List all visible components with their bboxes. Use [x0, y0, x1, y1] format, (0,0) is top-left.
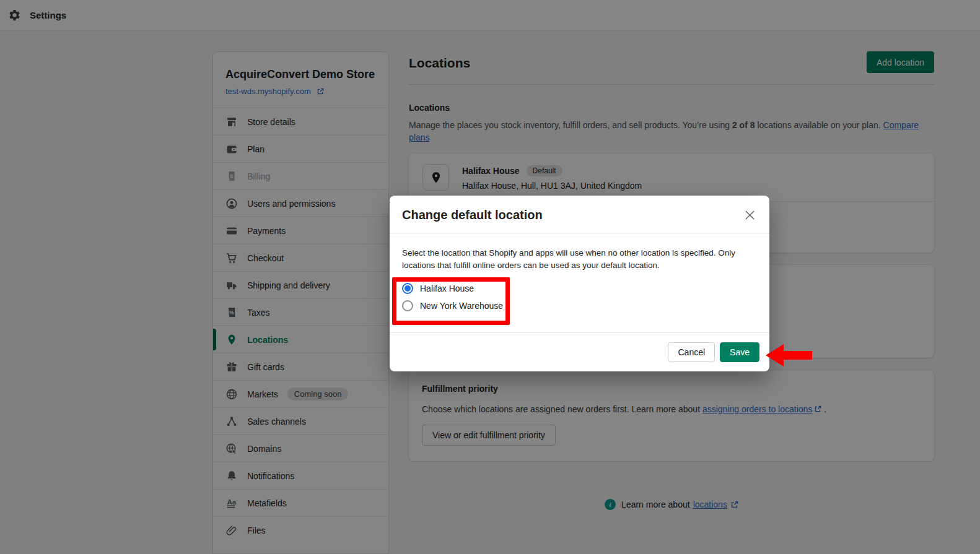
modal-title: Change default location	[402, 208, 543, 222]
annotation-red-arrow	[766, 344, 812, 367]
close-icon	[745, 210, 755, 220]
cancel-button[interactable]: Cancel	[668, 342, 715, 362]
modal-footer: Cancel Save	[390, 332, 769, 371]
modal-header: Change default location	[390, 196, 769, 233]
close-button[interactable]	[743, 208, 757, 222]
modal-description: Select the location that Shopify and app…	[402, 247, 753, 272]
save-button[interactable]: Save	[720, 342, 759, 362]
annotation-red-box	[392, 277, 510, 325]
